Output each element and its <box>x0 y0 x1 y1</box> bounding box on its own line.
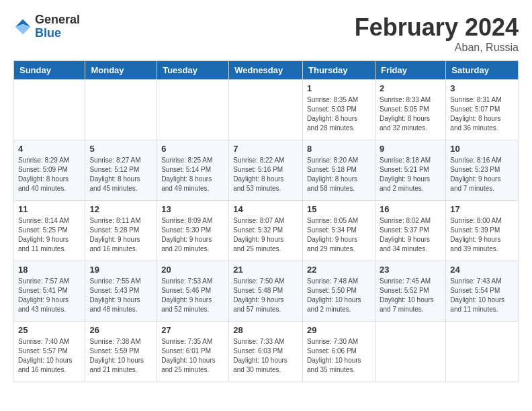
calendar-cell: 13Sunrise: 8:09 AM Sunset: 5:30 PM Dayli… <box>157 201 229 261</box>
calendar-cell: 23Sunrise: 7:45 AM Sunset: 5:52 PM Dayli… <box>375 261 445 322</box>
calendar-cell: 19Sunrise: 7:55 AM Sunset: 5:43 PM Dayli… <box>85 261 157 322</box>
col-header-saturday: Saturday <box>446 61 519 80</box>
calendar-cell: 25Sunrise: 7:40 AM Sunset: 5:57 PM Dayli… <box>14 322 85 382</box>
calendar-cell: 20Sunrise: 7:53 AM Sunset: 5:46 PM Dayli… <box>157 261 229 322</box>
cell-info: Sunrise: 8:07 AM Sunset: 5:32 PM Dayligh… <box>233 216 298 254</box>
day-number: 28 <box>233 325 298 335</box>
logo-icon <box>13 17 32 36</box>
calendar-cell: 15Sunrise: 8:05 AM Sunset: 5:34 PM Dayli… <box>303 201 375 261</box>
calendar-cell <box>375 322 445 382</box>
day-number: 6 <box>161 144 224 154</box>
calendar-cell <box>85 80 157 140</box>
calendar-cell: 9Sunrise: 8:18 AM Sunset: 5:21 PM Daylig… <box>375 140 445 201</box>
col-header-tuesday: Tuesday <box>157 61 229 80</box>
calendar-week-4: 18Sunrise: 7:57 AM Sunset: 5:41 PM Dayli… <box>14 261 519 322</box>
cell-info: Sunrise: 7:38 AM Sunset: 5:59 PM Dayligh… <box>89 337 152 375</box>
day-number: 25 <box>18 325 81 335</box>
cell-info: Sunrise: 7:33 AM Sunset: 6:03 PM Dayligh… <box>233 337 298 375</box>
day-number: 7 <box>233 144 298 154</box>
cell-info: Sunrise: 8:02 AM Sunset: 5:37 PM Dayligh… <box>380 216 441 254</box>
calendar-cell: 4Sunrise: 8:29 AM Sunset: 5:09 PM Daylig… <box>14 140 85 201</box>
day-number: 4 <box>18 144 81 154</box>
calendar-week-3: 11Sunrise: 8:14 AM Sunset: 5:25 PM Dayli… <box>14 201 519 261</box>
day-number: 14 <box>233 204 298 214</box>
col-header-friday: Friday <box>375 61 445 80</box>
col-header-wednesday: Wednesday <box>229 61 303 80</box>
cell-info: Sunrise: 8:20 AM Sunset: 5:18 PM Dayligh… <box>307 156 371 193</box>
calendar-cell: 17Sunrise: 8:00 AM Sunset: 5:39 PM Dayli… <box>446 201 519 261</box>
cell-info: Sunrise: 7:55 AM Sunset: 5:43 PM Dayligh… <box>89 277 152 314</box>
calendar-cell <box>157 80 229 140</box>
calendar-cell: 24Sunrise: 7:43 AM Sunset: 5:54 PM Dayli… <box>446 261 519 322</box>
calendar-cell: 27Sunrise: 7:35 AM Sunset: 6:01 PM Dayli… <box>157 322 229 382</box>
calendar-week-1: 1Sunrise: 8:35 AM Sunset: 5:03 PM Daylig… <box>14 80 519 140</box>
day-number: 8 <box>307 144 371 154</box>
day-number: 3 <box>450 83 514 93</box>
calendar-cell: 29Sunrise: 7:30 AM Sunset: 6:06 PM Dayli… <box>303 322 375 382</box>
location-subtitle: Aban, Russia <box>355 42 519 54</box>
calendar-table: SundayMondayTuesdayWednesdayThursdayFrid… <box>13 60 519 382</box>
calendar-cell: 16Sunrise: 8:02 AM Sunset: 5:37 PM Dayli… <box>375 201 445 261</box>
calendar-cell: 1Sunrise: 8:35 AM Sunset: 5:03 PM Daylig… <box>303 80 375 140</box>
cell-info: Sunrise: 8:31 AM Sunset: 5:07 PM Dayligh… <box>450 95 514 133</box>
cell-info: Sunrise: 7:30 AM Sunset: 6:06 PM Dayligh… <box>307 337 371 375</box>
day-number: 5 <box>89 144 152 154</box>
calendar-week-5: 25Sunrise: 7:40 AM Sunset: 5:57 PM Dayli… <box>14 322 519 382</box>
day-number: 9 <box>380 144 441 154</box>
day-number: 23 <box>380 265 441 275</box>
cell-info: Sunrise: 8:14 AM Sunset: 5:25 PM Dayligh… <box>18 216 81 254</box>
day-number: 20 <box>161 265 224 275</box>
calendar-cell: 6Sunrise: 8:25 AM Sunset: 5:14 PM Daylig… <box>157 140 229 201</box>
calendar-cell: 11Sunrise: 8:14 AM Sunset: 5:25 PM Dayli… <box>14 201 85 261</box>
calendar-cell: 12Sunrise: 8:11 AM Sunset: 5:28 PM Dayli… <box>85 201 157 261</box>
cell-info: Sunrise: 7:45 AM Sunset: 5:52 PM Dayligh… <box>380 277 441 314</box>
day-number: 19 <box>89 265 152 275</box>
cell-info: Sunrise: 7:40 AM Sunset: 5:57 PM Dayligh… <box>18 337 81 375</box>
cell-info: Sunrise: 8:33 AM Sunset: 5:05 PM Dayligh… <box>380 95 441 133</box>
cell-info: Sunrise: 8:18 AM Sunset: 5:21 PM Dayligh… <box>380 156 441 193</box>
calendar-cell <box>14 80 85 140</box>
calendar-cell: 5Sunrise: 8:27 AM Sunset: 5:12 PM Daylig… <box>85 140 157 201</box>
cell-info: Sunrise: 8:35 AM Sunset: 5:03 PM Dayligh… <box>307 95 371 133</box>
cell-info: Sunrise: 8:00 AM Sunset: 5:39 PM Dayligh… <box>450 216 514 254</box>
day-number: 24 <box>450 265 514 275</box>
cell-info: Sunrise: 8:11 AM Sunset: 5:28 PM Dayligh… <box>89 216 152 254</box>
cell-info: Sunrise: 8:27 AM Sunset: 5:12 PM Dayligh… <box>89 156 152 193</box>
calendar-cell: 26Sunrise: 7:38 AM Sunset: 5:59 PM Dayli… <box>85 322 157 382</box>
calendar-cell: 8Sunrise: 8:20 AM Sunset: 5:18 PM Daylig… <box>303 140 375 201</box>
day-number: 26 <box>89 325 152 335</box>
calendar-cell: 18Sunrise: 7:57 AM Sunset: 5:41 PM Dayli… <box>14 261 85 322</box>
cell-info: Sunrise: 7:35 AM Sunset: 6:01 PM Dayligh… <box>161 337 224 375</box>
day-number: 12 <box>89 204 152 214</box>
cell-info: Sunrise: 8:05 AM Sunset: 5:34 PM Dayligh… <box>307 216 371 254</box>
day-number: 22 <box>307 265 371 275</box>
calendar-cell: 28Sunrise: 7:33 AM Sunset: 6:03 PM Dayli… <box>229 322 303 382</box>
calendar-cell: 21Sunrise: 7:50 AM Sunset: 5:48 PM Dayli… <box>229 261 303 322</box>
calendar-cell <box>229 80 303 140</box>
col-header-sunday: Sunday <box>14 61 85 80</box>
logo-text: General Blue <box>35 13 80 40</box>
calendar-cell: 2Sunrise: 8:33 AM Sunset: 5:05 PM Daylig… <box>375 80 445 140</box>
cell-info: Sunrise: 7:53 AM Sunset: 5:46 PM Dayligh… <box>161 277 224 314</box>
day-number: 15 <box>307 204 371 214</box>
calendar-cell: 14Sunrise: 8:07 AM Sunset: 5:32 PM Dayli… <box>229 201 303 261</box>
day-number: 16 <box>380 204 441 214</box>
cell-info: Sunrise: 7:43 AM Sunset: 5:54 PM Dayligh… <box>450 277 514 314</box>
calendar-cell <box>446 322 519 382</box>
calendar-cell: 22Sunrise: 7:48 AM Sunset: 5:50 PM Dayli… <box>303 261 375 322</box>
title-block: February 2024 Aban, Russia <box>355 13 519 54</box>
cell-info: Sunrise: 7:48 AM Sunset: 5:50 PM Dayligh… <box>307 277 371 314</box>
day-number: 2 <box>380 83 441 93</box>
day-number: 10 <box>450 144 514 154</box>
day-number: 17 <box>450 204 514 214</box>
cell-info: Sunrise: 8:25 AM Sunset: 5:14 PM Dayligh… <box>161 156 224 193</box>
day-number: 27 <box>161 325 224 335</box>
day-number: 11 <box>18 204 81 214</box>
page-header: General Blue February 2024 Aban, Russia <box>13 13 519 54</box>
logo: General Blue <box>13 13 80 40</box>
cell-info: Sunrise: 8:16 AM Sunset: 5:23 PM Dayligh… <box>450 156 514 193</box>
header-row: SundayMondayTuesdayWednesdayThursdayFrid… <box>14 61 519 80</box>
calendar-cell: 3Sunrise: 8:31 AM Sunset: 5:07 PM Daylig… <box>446 80 519 140</box>
calendar-cell: 7Sunrise: 8:22 AM Sunset: 5:16 PM Daylig… <box>229 140 303 201</box>
day-number: 21 <box>233 265 298 275</box>
